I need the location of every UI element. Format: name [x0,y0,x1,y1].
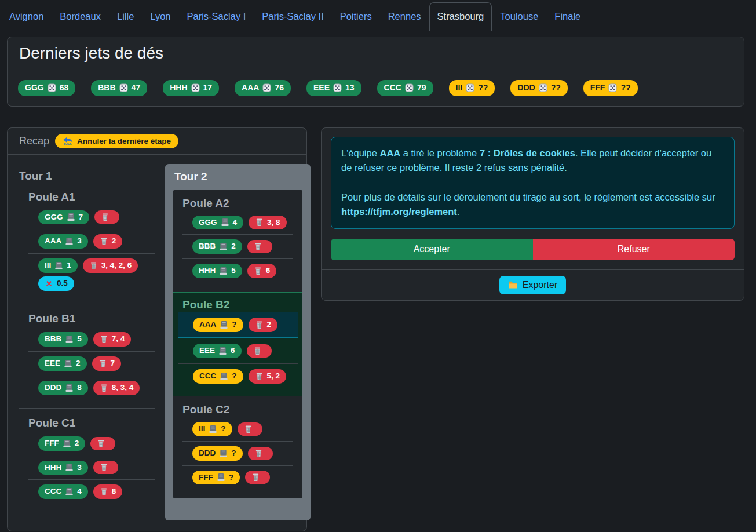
rejected-list: 3, 4, 2, 6 [101,261,132,271]
rejected-list: 2 [112,236,116,246]
problem-badge: III 1 [38,258,78,273]
rejected-badge: 6 [247,264,277,278]
team-trigram: BBB [98,83,115,93]
problem-badge: AAA 3 [38,234,88,249]
draw-card-footer: Exporter [322,269,744,300]
problem-number: 4 [77,487,82,497]
reglement-link[interactable]: https://tfjm.org/reglement [341,206,457,217]
tab-bordeaux[interactable]: Bordeaux [52,2,109,31]
wastebasket-icon [253,347,262,355]
tab-rennes[interactable]: Rennes [380,2,429,31]
team-row: DDD 8 8, 3, 4 [28,376,155,400]
ballot-box-icon [65,487,74,496]
tab-toulouse[interactable]: Toulouse [492,2,546,31]
team-row: GGG 4 3, 8 [182,211,293,235]
problem-badge-pending: CCC ? [193,369,243,384]
tab-poitiers[interactable]: Poitiers [332,2,380,31]
undo-last-step-button[interactable]: Annuler la dernière étape [55,134,178,148]
rejected-badge [238,422,262,436]
tab-strasbourg[interactable]: Strasbourg [429,2,492,31]
dice-value: 13 [345,83,355,93]
problem-number: 2 [75,439,79,449]
wastebasket-icon [254,267,262,275]
rejected-badge: 3, 4, 2, 6 [83,258,138,273]
rejected-list: 7 [111,359,115,369]
dice-card-header: Derniers jets de dés [8,37,744,70]
team-trigram: GGG [199,218,217,228]
problem-number: 3 [77,463,82,473]
problem-badge-pending: III ? [192,422,232,436]
wastebasket-icon [89,261,98,270]
team-row-current: AAA ? 2 [178,312,298,338]
ballot-box-icon [65,237,74,246]
team-trigram: BBB [199,242,216,252]
wastebasket-icon [97,439,105,448]
die-icon [405,83,414,92]
rejected-badge: 8 [93,484,123,499]
rejected-list: 7, 4 [112,334,125,344]
dice-card-title: Derniers jets de dés [19,44,163,63]
die-icon [608,83,617,92]
dice-badge: EEE 13 [306,80,361,96]
tour-1-column: Tour 1 Poule A1 GGG 7 [19,164,155,521]
die-icon [466,83,474,92]
tab-avignon[interactable]: Avignon [1,2,52,31]
team-trigram: CCC [199,371,216,381]
problem-badge-pending: FFF ? [192,471,240,485]
tab-finale[interactable]: Finale [546,2,589,31]
cross-mark-icon [45,279,53,288]
wastebasket-icon [101,213,109,221]
site-tabbar: Avignon Bordeaux Lille Lyon Paris-Saclay… [0,0,756,31]
alert-team-name: AAA [379,148,400,158]
penalty-value: 0.5 [57,279,68,289]
team-trigram: DDD [517,83,535,93]
alert-paragraph-2: Pour plus de détails sur le déroulement … [341,190,724,220]
wastebasket-icon [255,320,264,329]
wastebasket-icon [254,242,262,251]
dice-badge-pending: FFF ?? [583,80,638,96]
team-trigram: FFF [45,439,59,449]
ballot-box-icon [220,320,228,329]
recap-card: Recap Annuler la dernière étape Tour 1 P… [7,127,307,532]
team-row: DDD ? [182,441,293,465]
recap-header: Recap Annuler la dernière étape [8,128,306,155]
rejected-badge: 7 [92,356,122,371]
poule-separator [19,408,155,409]
draw-decision-card: L'équipe AAA a tiré le problème 7 : Drôl… [321,127,744,301]
team-row: HHH 3 [28,456,155,480]
tab-paris-saclay-2[interactable]: Paris-Saclay II [254,2,331,31]
penalty-badge: 0.5 [38,276,74,291]
tab-lille[interactable]: Lille [109,2,142,31]
poule-a2-title: Poule A2 [182,197,293,210]
export-button[interactable]: Exporter [499,276,566,294]
alert-paragraph-1: L'équipe AAA a tiré le problème 7 : Drôl… [341,146,724,176]
poule-b1-title: Poule B1 [28,312,155,325]
rejected-badge [93,461,118,474]
tab-lyon[interactable]: Lyon [142,2,178,31]
poule-a2: Poule A2 GGG 4 [173,190,302,293]
problem-badge: CCC 4 [38,484,88,499]
wastebasket-icon [100,463,108,472]
dice-badge: CCC 79 [377,80,433,96]
poule-a1-title: Poule A1 [28,191,155,203]
rejected-list: 8, 3, 4 [112,383,134,393]
poule-b2-title: Poule B2 [182,298,298,311]
team-trigram: AAA [45,236,61,246]
team-row: EEE 6 [178,338,298,363]
problem-number: 6 [231,346,235,356]
dice-value: 17 [203,83,213,93]
tab-paris-saclay-1[interactable]: Paris-Saclay I [179,2,254,31]
problem-number: ? [232,320,236,330]
problem-number: ? [229,473,233,483]
rejected-list: 8 [112,487,116,497]
accept-refuse-row: Accepter Refuser [331,239,735,260]
team-trigram: III [45,261,51,271]
dice-badge: GGG 68 [18,80,75,96]
problem-number: 3 [77,236,82,246]
accept-button[interactable]: Accepter [331,239,533,260]
refuse-button[interactable]: Refuser [533,239,735,260]
alert-text: . [457,206,460,217]
main-content: Derniers jets de dés GGG 68 BBB 47 HHH 1… [0,31,756,531]
problem-number: ? [231,449,236,458]
problem-number: 2 [76,359,81,369]
